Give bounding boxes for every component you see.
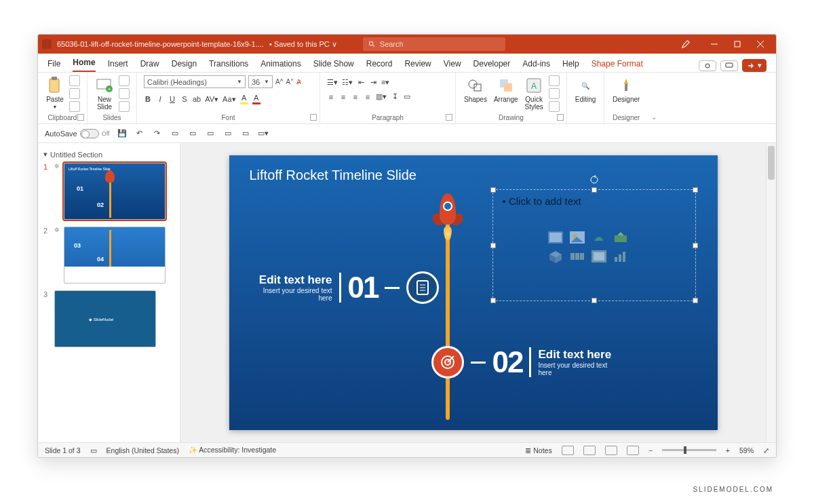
reset-icon[interactable] bbox=[119, 88, 130, 99]
accessibility-indicator[interactable]: ✨ Accessibility: Investigate bbox=[189, 446, 276, 454]
font-dialog-launcher[interactable] bbox=[310, 114, 317, 121]
slide-canvas-area[interactable]: Liftoff Rocket Timeline Slide 01 Edit te… bbox=[180, 143, 766, 442]
pen-button[interactable] bbox=[674, 35, 697, 54]
resize-handle-s[interactable] bbox=[592, 298, 597, 303]
milestone-2[interactable]: 02 Edit text here Insert your desired te… bbox=[431, 345, 620, 379]
line-spacing-button[interactable]: ≡▾ bbox=[381, 78, 389, 87]
tab-review[interactable]: Review bbox=[404, 56, 431, 72]
comments-button[interactable] bbox=[720, 60, 738, 71]
vertical-scrollbar[interactable] bbox=[766, 143, 776, 442]
undo-icon[interactable]: ↶ bbox=[134, 128, 145, 139]
tab-home[interactable]: Home bbox=[73, 54, 95, 72]
drawing-dialog-launcher[interactable] bbox=[557, 114, 564, 121]
zoom-level[interactable]: 59% bbox=[739, 446, 754, 454]
font-size-select[interactable]: 36▼ bbox=[248, 75, 273, 88]
paragraph-dialog-launcher[interactable] bbox=[446, 114, 452, 121]
qat-more-icon[interactable]: ▭▾ bbox=[258, 128, 269, 139]
bold-button[interactable]: B bbox=[144, 95, 152, 103]
search-box[interactable]: Search bbox=[363, 37, 505, 51]
tab-addins[interactable]: Add-ins bbox=[522, 56, 550, 72]
numbering-button[interactable]: ☷▾ bbox=[342, 78, 353, 87]
slide-thumbnail-1[interactable]: Liftoff Rocket Timeline Slide 01 02 bbox=[64, 163, 166, 220]
save-status[interactable]: • Saved to this PC ∨ bbox=[269, 40, 337, 49]
thumbnail-pane[interactable]: ▾ Untitled Section 1 ✲ Liftoff Rocket Ti… bbox=[38, 143, 180, 442]
bullets-button[interactable]: ☰▾ bbox=[327, 78, 338, 87]
zoom-in-button[interactable]: + bbox=[726, 446, 730, 454]
slideshow-view-button[interactable] bbox=[627, 446, 639, 455]
insert-cameo-icon[interactable] bbox=[589, 229, 608, 246]
qat-open-icon[interactable]: ▭ bbox=[187, 128, 198, 139]
tab-developer[interactable]: Developer bbox=[473, 56, 511, 72]
cut-icon[interactable] bbox=[69, 75, 80, 86]
insert-table-icon[interactable] bbox=[546, 229, 565, 246]
copy-icon[interactable] bbox=[69, 88, 80, 99]
rocket-graphic[interactable] bbox=[430, 189, 465, 244]
save-icon[interactable]: 💾 bbox=[117, 128, 128, 139]
text-direction-button[interactable]: ↧ bbox=[391, 92, 399, 101]
arrange-button[interactable]: Arrange bbox=[492, 75, 520, 104]
shrink-font-icon[interactable]: A˅ bbox=[286, 78, 294, 85]
scrollbar-thumb[interactable] bbox=[768, 146, 775, 180]
tab-record[interactable]: Record bbox=[366, 56, 393, 72]
resize-handle-nw[interactable] bbox=[490, 187, 496, 193]
fit-to-window-button[interactable]: ⤢ bbox=[763, 446, 769, 454]
grow-font-icon[interactable]: A^ bbox=[275, 78, 283, 85]
shadow-button[interactable]: ab bbox=[193, 95, 201, 103]
insert-3d-icon[interactable] bbox=[546, 248, 565, 265]
section-icon[interactable] bbox=[119, 101, 130, 112]
underline-button[interactable]: U bbox=[168, 95, 176, 103]
resize-handle-e[interactable] bbox=[693, 243, 698, 248]
autosave-toggle[interactable] bbox=[80, 129, 99, 138]
resize-handle-n[interactable] bbox=[592, 187, 597, 193]
tab-draw[interactable]: Draw bbox=[140, 56, 159, 72]
paste-button[interactable]: Paste▼ bbox=[45, 75, 65, 111]
tab-help[interactable]: Help bbox=[562, 56, 579, 72]
maximize-button[interactable] bbox=[726, 35, 749, 54]
rotate-handle[interactable] bbox=[589, 175, 599, 185]
italic-button[interactable]: I bbox=[156, 95, 164, 103]
align-right-button[interactable]: ≡ bbox=[351, 93, 360, 101]
resize-handle-w[interactable] bbox=[490, 243, 496, 248]
justify-button[interactable]: ≡ bbox=[364, 93, 372, 101]
tab-transitions[interactable]: Transitions bbox=[209, 56, 248, 72]
tab-insert[interactable]: Insert bbox=[108, 56, 128, 72]
char-spacing-button[interactable]: AV▾ bbox=[205, 95, 218, 104]
layout-icon[interactable] bbox=[119, 75, 130, 86]
insert-picture-icon[interactable] bbox=[568, 229, 587, 246]
camera-button[interactable] bbox=[699, 60, 716, 71]
strike-button[interactable]: S bbox=[180, 95, 189, 103]
format-painter-icon[interactable] bbox=[69, 101, 80, 112]
share-button[interactable]: ▾ bbox=[742, 59, 767, 72]
highlight-color-button[interactable]: A bbox=[240, 94, 248, 104]
content-placeholder[interactable]: Click to add text bbox=[492, 189, 696, 301]
resize-handle-ne[interactable] bbox=[693, 187, 698, 193]
qat-new-icon[interactable]: ▭ bbox=[170, 128, 180, 139]
quick-styles-button[interactable]: AQuick Styles bbox=[524, 75, 545, 112]
clipboard-dialog-launcher[interactable] bbox=[77, 114, 84, 121]
shape-fill-icon[interactable] bbox=[549, 75, 560, 86]
align-left-button[interactable]: ≡ bbox=[327, 93, 335, 101]
case-button[interactable]: Aa▾ bbox=[222, 95, 235, 104]
redo-icon[interactable]: ↷ bbox=[152, 128, 163, 139]
slide-thumbnail-2[interactable]: 03 04 bbox=[64, 227, 166, 284]
tab-file[interactable]: File bbox=[47, 56, 60, 72]
resize-handle-sw[interactable] bbox=[490, 298, 496, 303]
close-button[interactable] bbox=[749, 35, 772, 54]
insert-chart-icon[interactable] bbox=[611, 248, 630, 265]
zoom-out-button[interactable]: − bbox=[648, 446, 653, 454]
slide-title[interactable]: Liftoff Rocket Timeline Slide bbox=[250, 168, 416, 183]
tab-view[interactable]: View bbox=[444, 56, 461, 72]
slide-indicator[interactable]: Slide 1 of 3 bbox=[45, 446, 81, 454]
ribbon-collapse-button[interactable]: ⌄ bbox=[648, 73, 660, 123]
align-text-button[interactable]: ▭ bbox=[403, 92, 411, 101]
font-family-select[interactable]: Calibri (Headings)▼ bbox=[144, 75, 246, 88]
qat-present-icon[interactable]: ▭ bbox=[240, 128, 251, 139]
insert-video-icon[interactable] bbox=[589, 248, 608, 265]
new-slide-button[interactable]: + New Slide bbox=[94, 75, 115, 112]
milestone-1[interactable]: 01 Edit text here Insert your desired te… bbox=[251, 271, 440, 305]
indent-decrease-button[interactable]: ⇤ bbox=[357, 78, 365, 87]
zoom-slider[interactable] bbox=[662, 449, 716, 451]
book-icon[interactable]: ▭ bbox=[90, 446, 97, 454]
shape-effects-icon[interactable] bbox=[549, 101, 560, 112]
sorter-view-button[interactable] bbox=[583, 446, 596, 455]
